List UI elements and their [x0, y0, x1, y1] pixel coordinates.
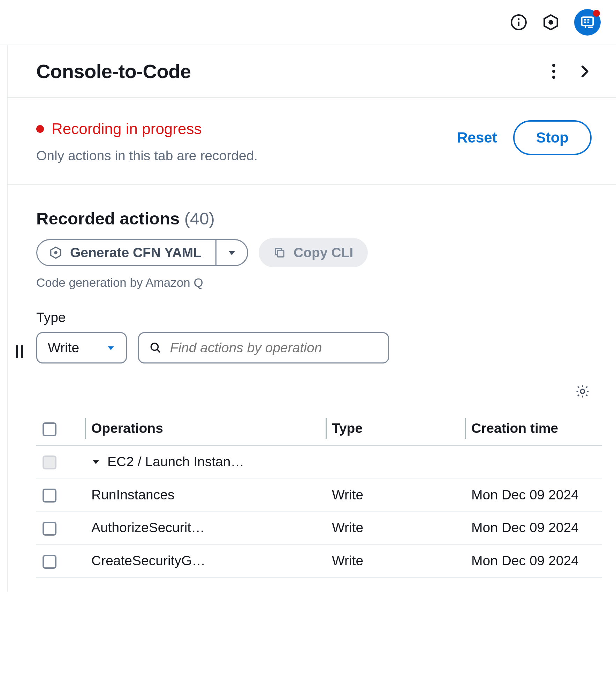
recorded-actions-section: Recorded actions (40) Generate CFN YAML — [8, 185, 616, 592]
generate-button-label: Generate CFN YAML — [70, 245, 201, 260]
group-checkbox — [43, 455, 56, 469]
recording-dot-icon — [36, 125, 44, 133]
panel-title: Console-to-Code — [36, 60, 550, 83]
stop-button[interactable]: Stop — [513, 120, 592, 155]
group-label: EC2 / Launch Instan… — [107, 454, 244, 469]
code-gen-actions: Generate CFN YAML Copy CLI — [36, 238, 602, 267]
cell-creation: Mon Dec 09 2024 — [465, 478, 602, 511]
table-row: AuthorizeSecurit… Write Mon Dec 09 2024 — [36, 511, 602, 544]
svg-point-2 — [518, 18, 520, 20]
copy-cli-button[interactable]: Copy CLI — [259, 238, 368, 267]
table-row: CreateSecurityG… Write Mon Dec 09 2024 — [36, 544, 602, 577]
info-icon[interactable] — [510, 14, 527, 31]
generate-dropdown-button[interactable] — [215, 240, 247, 265]
cell-operation: RunInstances — [85, 478, 326, 511]
recording-indicator: Recording in progress — [36, 120, 457, 138]
search-icon — [150, 341, 162, 354]
caret-down-icon — [91, 457, 100, 466]
row-checkbox[interactable] — [43, 522, 56, 536]
cell-type: Write — [326, 511, 465, 544]
column-header-creation[interactable]: Creation time — [465, 412, 602, 445]
svg-marker-12 — [108, 346, 114, 350]
svg-rect-5 — [582, 17, 593, 25]
cell-creation: Mon Dec 09 2024 — [465, 511, 602, 544]
cell-operation: AuthorizeSecurit… — [85, 511, 326, 544]
hex-icon[interactable] — [542, 14, 560, 31]
header-actions — [550, 62, 592, 81]
filter-row: Write — [36, 332, 602, 363]
cell-operation: CreateSecurityG… — [85, 544, 326, 577]
reset-button[interactable]: Reset — [457, 129, 497, 146]
row-checkbox[interactable] — [43, 555, 56, 569]
column-header-type[interactable]: Type — [326, 412, 465, 445]
svg-point-4 — [549, 21, 552, 24]
recorded-actions-count: (40) — [184, 209, 215, 228]
svg-point-15 — [580, 389, 585, 393]
search-input-container — [138, 332, 389, 363]
actions-table: Operations Type Creation time EC2 / Laun… — [36, 412, 602, 578]
more-actions-button[interactable] — [550, 62, 557, 81]
recording-subtext: Only actions in this tab are recorded. — [36, 148, 457, 163]
q-assistant-icon[interactable] — [574, 9, 601, 36]
cell-type: Write — [326, 544, 465, 577]
generate-code-split-button: Generate CFN YAML — [36, 239, 248, 266]
column-header-operations[interactable]: Operations — [85, 412, 326, 445]
recorded-actions-heading: Recorded actions (40) — [36, 209, 602, 228]
collapse-panel-button[interactable] — [577, 64, 592, 79]
type-filter-select[interactable]: Write — [36, 332, 127, 363]
svg-marker-16 — [93, 460, 99, 464]
table-row: RunInstances Write Mon Dec 09 2024 — [36, 478, 602, 511]
group-toggle[interactable]: EC2 / Launch Instan… — [91, 454, 244, 469]
table-settings-button[interactable] — [575, 384, 590, 399]
copy-cli-label: Copy CLI — [294, 245, 353, 260]
select-all-checkbox[interactable] — [43, 422, 56, 436]
type-filter-value: Write — [48, 340, 79, 355]
recording-status-section: Recording in progress Only actions in th… — [8, 98, 616, 185]
top-bar — [0, 0, 616, 45]
svg-rect-11 — [277, 251, 284, 257]
search-input[interactable] — [170, 340, 378, 355]
recording-status-text: Recording in progress — [52, 120, 201, 138]
console-to-code-panel: Console-to-Code Recording in progress On… — [7, 45, 616, 592]
svg-marker-10 — [229, 251, 235, 255]
svg-line-14 — [157, 349, 160, 352]
cell-creation: Mon Dec 09 2024 — [465, 544, 602, 577]
row-checkbox[interactable] — [43, 489, 56, 503]
recorded-actions-heading-text: Recorded actions — [36, 209, 180, 228]
notification-dot — [593, 10, 600, 17]
panel-header: Console-to-Code — [8, 45, 616, 98]
code-gen-helper-text: Code generation by Amazon Q — [36, 276, 602, 290]
table-group-row: EC2 / Launch Instan… — [36, 445, 602, 478]
chevron-down-icon — [106, 343, 115, 352]
generate-cfn-yaml-button[interactable]: Generate CFN YAML — [37, 240, 215, 265]
type-filter-label: Type — [36, 310, 602, 325]
cell-type: Write — [326, 478, 465, 511]
svg-point-13 — [151, 343, 158, 350]
resize-handle[interactable] — [16, 345, 23, 358]
table-header-row: Operations Type Creation time — [36, 412, 602, 445]
svg-point-9 — [55, 252, 57, 254]
